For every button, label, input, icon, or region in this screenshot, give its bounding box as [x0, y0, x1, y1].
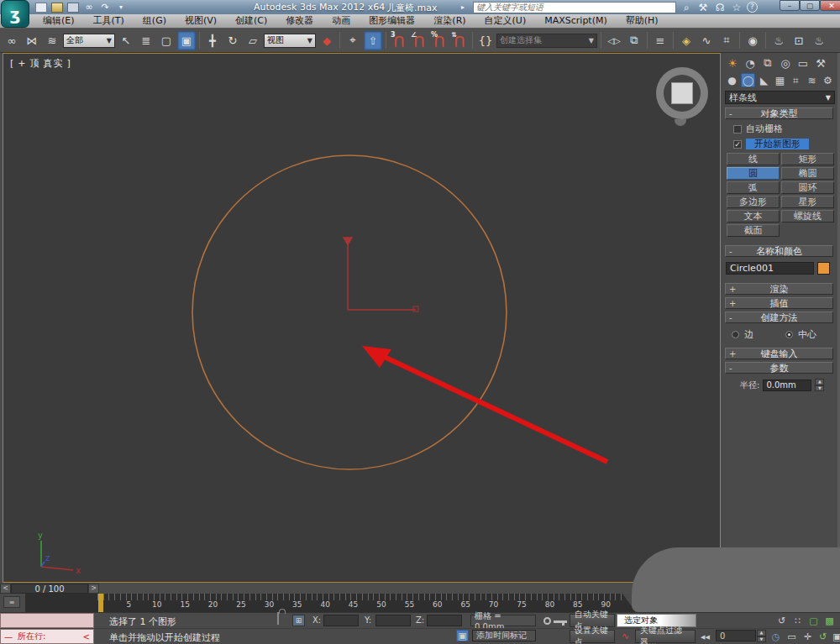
viewcube[interactable] — [656, 67, 708, 119]
previous-frame-arrow[interactable]: < — [0, 584, 11, 594]
object-color-swatch[interactable] — [817, 262, 830, 275]
graphite-ribbon-icon[interactable]: ◈ — [677, 31, 696, 50]
percent-snap-toggle-icon[interactable]: ⋂% — [430, 31, 449, 50]
shape-text-button[interactable]: 文本 — [727, 210, 780, 223]
menu-maxscript[interactable]: MAXScript(M) — [535, 14, 617, 28]
menu-rendering[interactable]: 渲染(R) — [424, 14, 475, 28]
snaps-toggle-icon[interactable]: ⋂3 — [390, 31, 408, 50]
select-object-icon[interactable]: ↖ — [117, 31, 135, 50]
time-configuration-icon[interactable]: ◷ — [769, 631, 783, 643]
rollout-keyboard-entry[interactable]: +键盘输入 — [725, 348, 833, 359]
rectangular-selection-region-icon[interactable]: ▢ — [157, 31, 176, 50]
open-mini-curve-editor-icon[interactable]: ≡ — [3, 596, 20, 608]
keyboard-shortcut-override-icon[interactable]: ⇧ — [364, 31, 382, 50]
menu-animation[interactable]: 动画 — [323, 14, 360, 28]
radius-field[interactable]: 0.0mm — [763, 380, 811, 391]
shape-helix-button[interactable]: 螺旋线 — [781, 210, 834, 223]
menu-modifiers[interactable]: 修改器 — [276, 14, 323, 28]
shape-rectangle-button[interactable]: 矩形 — [781, 153, 834, 165]
tab-modify-icon[interactable]: ◔ — [743, 55, 758, 71]
trackbar-ruler[interactable]: 051015202530354045505560657075808590 — [25, 594, 636, 612]
shape-category-dropdown[interactable]: 样条线▼ — [725, 91, 835, 104]
mirror-icon[interactable]: ◁▷ — [605, 31, 623, 50]
menu-customize[interactable]: 自定义(U) — [475, 14, 536, 28]
rollout-creation-method[interactable]: -创建方法 — [725, 312, 833, 323]
zoom-extents-icon[interactable]: ▢ — [806, 615, 821, 627]
select-by-name-icon[interactable]: ≣ — [137, 31, 155, 50]
current-frame-marker[interactable] — [98, 594, 103, 612]
viewcube-top-face[interactable] — [671, 82, 693, 104]
add-time-tag[interactable]: 添加时间标记 — [472, 630, 536, 641]
new-file-icon[interactable] — [35, 3, 47, 13]
maxscript-mini-listener[interactable]: — 所在行: < — [0, 629, 94, 644]
align-icon[interactable]: ⧉ — [625, 31, 643, 50]
search-icon[interactable]: ⌕ — [680, 2, 693, 13]
subtab-spacewarps-icon[interactable]: ≋ — [805, 73, 819, 87]
select-and-scale-icon[interactable]: ▱ — [244, 31, 262, 50]
time-tag-icon[interactable]: ▣ — [456, 630, 469, 641]
redo-icon[interactable]: ↷ — [99, 3, 111, 13]
bind-to-space-warp-icon[interactable]: ≋ — [43, 31, 61, 50]
absolute-mode-icon[interactable]: ⊞ — [292, 615, 305, 626]
close-button[interactable]: ✕ — [820, 0, 840, 11]
maximize-viewport-icon[interactable]: ▣ — [830, 631, 840, 643]
edit-named-selection-sets-icon[interactable]: {} — [476, 31, 495, 50]
minimize-button[interactable]: – — [780, 0, 800, 11]
angle-snap-toggle-icon[interactable]: ⋂∠ — [410, 31, 428, 50]
help-icon[interactable]: ? — [747, 2, 758, 13]
subtab-cameras-icon[interactable]: ▦ — [773, 73, 787, 87]
rendered-frame-window-icon[interactable]: ⊡ — [790, 31, 808, 50]
search-input[interactable] — [473, 2, 676, 13]
open-file-icon[interactable] — [51, 3, 63, 13]
spinner-snap-toggle-icon[interactable]: ⋂⇅ — [450, 31, 469, 50]
unlink-selection-icon[interactable]: ⋈ — [23, 31, 41, 50]
favorites-star-icon[interactable]: ☆ — [730, 2, 743, 13]
select-and-rotate-icon[interactable]: ↻ — [223, 31, 242, 50]
shape-section-button[interactable]: 截面 — [727, 224, 780, 237]
select-and-link-icon[interactable]: ∞ — [3, 31, 21, 50]
subtab-systems-icon[interactable]: ⚙ — [821, 73, 835, 87]
use-pivot-point-center-icon[interactable]: ◆ — [318, 31, 336, 50]
shape-ellipse-button[interactable]: 椭圆 — [781, 167, 834, 180]
tab-hierarchy-icon[interactable]: ⧉ — [760, 55, 775, 71]
object-name-field[interactable]: Circle001 — [726, 262, 814, 275]
reference-coordinate-system-dropdown[interactable]: 视图▼ — [264, 34, 316, 48]
menu-group[interactable]: 组(G) — [134, 14, 176, 28]
previous-key-icon[interactable]: ◀◀ — [698, 631, 712, 643]
time-slider[interactable]: 0 / 100 — [11, 584, 88, 594]
subtab-shapes-icon[interactable]: ◯ — [741, 73, 755, 87]
start-new-shape-label[interactable]: 开始新图形 — [746, 139, 809, 149]
zoom-extents-all-icon[interactable]: ▩ — [822, 615, 837, 627]
schematic-view-icon[interactable]: ⌗ — [717, 31, 736, 50]
z-coordinate-field[interactable] — [427, 615, 462, 626]
autogrid-checkbox[interactable] — [733, 125, 742, 134]
orbit-icon[interactable]: ↺ — [816, 631, 830, 643]
zoom-all-icon[interactable]: ∷ — [790, 615, 805, 627]
rollout-parameters[interactable]: -参数 — [725, 362, 833, 374]
region-zoom-icon[interactable]: ▭ — [785, 631, 799, 643]
shape-polygon-button[interactable]: 多边形 — [727, 196, 780, 208]
orbit-arc-icon[interactable]: ↺ — [774, 615, 789, 627]
render-production-icon[interactable]: ♨ — [810, 31, 828, 50]
rollout-rendering[interactable]: +渲染 — [725, 283, 833, 295]
rollout-interpolation[interactable]: +插值 — [725, 297, 833, 309]
radius-spinner[interactable]: ▲▼ — [815, 379, 824, 391]
select-and-manipulate-icon[interactable]: ⌖ — [344, 31, 362, 50]
maxscript-macro-recorder[interactable] — [0, 613, 94, 628]
selection-filter-dropdown[interactable]: 全部▼ — [63, 34, 115, 48]
shape-arc-button[interactable]: 弧 — [727, 181, 780, 194]
curve-editor-icon[interactable]: ∿ — [697, 31, 716, 50]
y-coordinate-field[interactable] — [375, 615, 411, 626]
set-key-button[interactable]: 设置关键点 — [570, 630, 615, 643]
window-crossing-icon[interactable]: ▣ — [177, 31, 196, 50]
subtab-geometry-icon[interactable]: ● — [725, 73, 739, 87]
select-and-move-icon[interactable]: ╋ — [203, 31, 222, 50]
menu-views[interactable]: 视图(V) — [176, 14, 226, 28]
viewport-top[interactable]: [+顶真实] y x z — [3, 53, 721, 583]
menu-create[interactable]: 创建(C) — [226, 14, 276, 28]
search-expand-icon[interactable]: ▸ — [456, 3, 470, 11]
tab-display-icon[interactable]: ▭ — [795, 55, 811, 71]
key-filters-button[interactable]: 关键点过滤器... — [635, 630, 696, 643]
tab-utilities-icon[interactable]: ⚒ — [813, 55, 828, 71]
qat-options-icon[interactable]: ▾ — [115, 3, 127, 13]
